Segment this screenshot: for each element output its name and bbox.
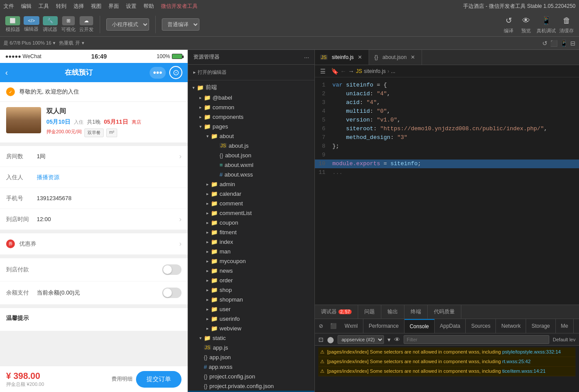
- breadcrumb-hamburger-icon[interactable]: ☰: [320, 68, 326, 75]
- console-eye-button[interactable]: 👁: [394, 336, 400, 343]
- tab-output[interactable]: 输出: [381, 305, 405, 319]
- tree-news[interactable]: ▸ 📁 news: [188, 266, 314, 275]
- console-sub-tab-network[interactable]: Network: [496, 319, 526, 333]
- console-sub-tab-me[interactable]: Me: [556, 319, 574, 333]
- refresh-icon[interactable]: ↺: [542, 40, 548, 47]
- appservice-select[interactable]: appservice (#2): [338, 335, 384, 344]
- tree-pages[interactable]: ▾ 📁 pages: [188, 121, 314, 131]
- tab-siteinfo-js[interactable]: JS siteinfo.js ✕: [315, 50, 369, 65]
- tree-webview[interactable]: ▸ 📁 webview: [188, 323, 314, 333]
- tree-app-wxss[interactable]: # app.wxss: [188, 362, 314, 371]
- stop-icon[interactable]: ⬛: [550, 40, 558, 47]
- menu-select[interactable]: 选择: [73, 3, 84, 10]
- code-editor-area[interactable]: 1 var siteinfo = { 2 uniacid: "4", 3 aci…: [315, 77, 579, 305]
- tree-about[interactable]: ▾ 📁 about: [188, 131, 314, 141]
- warn-3-link[interactable]: tice/item.wxss:14:21: [502, 368, 546, 374]
- tree-commentlist[interactable]: ▸ 📁 commentList: [188, 208, 314, 218]
- console-stop-button[interactable]: ⬛: [327, 319, 339, 333]
- visualize-button[interactable]: ⊞: [62, 16, 75, 25]
- cloud-button[interactable]: ☁: [80, 16, 93, 25]
- menu-tools[interactable]: 工具: [38, 3, 49, 10]
- console-sub-tab-storage[interactable]: Storage: [526, 319, 555, 333]
- tree-index[interactable]: ▸ 📁 index: [188, 237, 314, 246]
- tab-issues[interactable]: 问题: [358, 305, 381, 319]
- tree-man[interactable]: ▸ 📁 man: [188, 246, 314, 256]
- compile-button[interactable]: ↺: [502, 14, 516, 27]
- tree-user[interactable]: ▸ 📁 user: [188, 304, 314, 314]
- submit-button[interactable]: 提交订单: [136, 371, 181, 388]
- menu-goto[interactable]: 转到: [56, 3, 66, 10]
- tab-debugger[interactable]: 调试器 2, 57: [315, 305, 358, 319]
- tree-app-js[interactable]: JS app.js: [188, 343, 314, 352]
- arrival-arrow-icon[interactable]: ›: [179, 215, 181, 223]
- tree-project-private-config[interactable]: {} project.private.config.json: [188, 381, 314, 391]
- tree-about-js[interactable]: JS about.js: [188, 141, 314, 150]
- console-sub-tab-sources[interactable]: Sources: [466, 319, 496, 333]
- phone-more-button[interactable]: •••: [150, 67, 166, 79]
- console-sub-tab-performance[interactable]: Performance: [363, 319, 405, 333]
- tree-about-wxss[interactable]: # about.wxss: [188, 170, 314, 179]
- tree-fitment[interactable]: ▸ 📁 fitment: [188, 227, 314, 237]
- console-clear-button[interactable]: ⊘: [315, 319, 327, 333]
- coupon-row[interactable]: 券 优惠券 ›: [0, 233, 188, 255]
- tree-babel[interactable]: ▸ 📁 @babel: [188, 93, 314, 102]
- pay-arrival-toggle[interactable]: [162, 264, 181, 275]
- menu-view[interactable]: 视图: [91, 3, 101, 10]
- menu-wechat-devtools[interactable]: 微信开发者工具: [161, 3, 198, 10]
- console-sub-tab-appdata[interactable]: AppData: [435, 319, 466, 333]
- hotreload-item[interactable]: 热重载 开 ▾: [59, 40, 84, 46]
- tree-common[interactable]: ▸ 📁 common: [188, 102, 314, 112]
- tree-shop[interactable]: ▸ 📁 shop: [188, 285, 314, 295]
- console-pause-button[interactable]: ⬤: [327, 336, 334, 343]
- breadcrumb-forward-button[interactable]: →: [348, 68, 354, 75]
- coupon-arrow-icon[interactable]: ›: [179, 240, 181, 248]
- simulator-button[interactable]: ⬜: [5, 16, 20, 25]
- console-inspect-button[interactable]: ⊡: [318, 336, 324, 343]
- mode-select[interactable]: 小程序模式: [106, 18, 149, 31]
- tab-about-json[interactable]: {} about.json ✕: [369, 50, 422, 65]
- tab-terminal[interactable]: 终端: [405, 305, 428, 319]
- balance-toggle[interactable]: [162, 288, 181, 298]
- phone-location-button[interactable]: ⊙: [169, 66, 182, 79]
- appservice-dropdown-button[interactable]: ▾: [387, 336, 391, 343]
- preview-button[interactable]: 👁: [519, 14, 533, 27]
- tree-admin[interactable]: ▸ 📁 admin: [188, 179, 314, 189]
- editor-button[interactable]: </>: [24, 16, 39, 25]
- tree-userinfo[interactable]: ▸ 📁 userinfo: [188, 314, 314, 323]
- tree-coupon[interactable]: ▸ 📁 coupon: [188, 218, 314, 227]
- menu-file[interactable]: 文件: [3, 3, 14, 10]
- menu-settings[interactable]: 设置: [126, 3, 136, 10]
- console-sub-tab-wxml[interactable]: Wxml: [339, 319, 363, 333]
- console-sub-tab-console[interactable]: Console: [405, 319, 435, 333]
- tree-project-config[interactable]: {} project.config.json: [188, 371, 314, 381]
- filetree-more-icon[interactable]: ···: [304, 54, 309, 61]
- tree-static[interactable]: ▾ 📁 static: [188, 333, 314, 343]
- tree-comment[interactable]: ▸ 📁 comment: [188, 198, 314, 208]
- compile-select[interactable]: 普通编译: [162, 18, 199, 31]
- menu-interface[interactable]: 界面: [108, 3, 119, 10]
- breadcrumb-bookmark-button[interactable]: 🔖: [331, 68, 338, 75]
- tree-calendar[interactable]: ▸ 📁 calendar: [188, 189, 314, 198]
- breadcrumb-back-button[interactable]: ←: [340, 68, 346, 75]
- tree-root[interactable]: ▾ 📁 前端: [188, 82, 314, 93]
- real-machine-button[interactable]: 📱: [539, 14, 553, 27]
- rooms-arrow-icon[interactable]: ›: [179, 153, 181, 160]
- tree-about-wxml[interactable]: ≡ about.wxml: [188, 160, 314, 170]
- tab-code-quality[interactable]: 代码质量: [428, 305, 461, 319]
- tree-about-json[interactable]: {} about.json: [188, 150, 314, 160]
- phone-icon[interactable]: 📱: [560, 40, 568, 47]
- tree-app-json[interactable]: {} app.json: [188, 352, 314, 362]
- tab-siteinfo-js-close-icon[interactable]: ✕: [356, 54, 363, 61]
- detail-button[interactable]: 费用明细: [108, 374, 136, 385]
- tree-shopman[interactable]: ▸ 📁 shopman: [188, 295, 314, 304]
- menu-edit[interactable]: 编辑: [21, 3, 31, 10]
- debugger-button[interactable]: 🔧: [43, 16, 58, 25]
- warn-2-link[interactable]: rt.wxss:25:42: [502, 359, 531, 364]
- tab-about-json-close-icon[interactable]: ✕: [409, 54, 416, 61]
- layout-icon[interactable]: ⊟: [570, 40, 576, 47]
- menu-help[interactable]: 帮助: [143, 3, 154, 10]
- console-filter-input[interactable]: [404, 335, 549, 344]
- tree-components[interactable]: ▸ 📁 components: [188, 112, 314, 121]
- warn-1-link[interactable]: pstyle/topstyle.wxss:332:14: [502, 349, 561, 354]
- tree-mycoupon[interactable]: ▸ 📁 mycoupon: [188, 256, 314, 266]
